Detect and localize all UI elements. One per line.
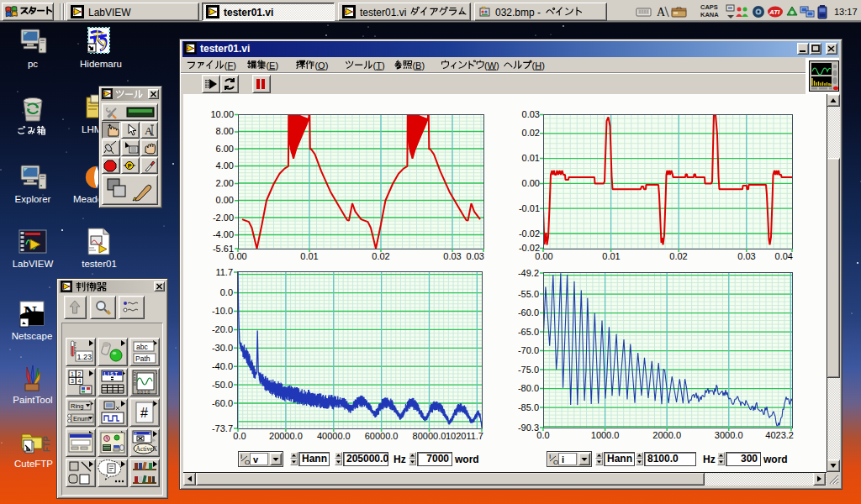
svg-text:0.0: 0.0	[233, 431, 246, 441]
svg-text:-20.0: -20.0	[212, 324, 233, 334]
svg-text:(F): (F)	[224, 60, 236, 71]
svg-text:(B): (B)	[412, 60, 425, 71]
svg-text:FTP: FTP	[42, 436, 51, 452]
svg-text:-75.0: -75.0	[518, 365, 539, 375]
svg-text:0.0: 0.0	[220, 287, 233, 297]
svg-text:ATI: ATI	[769, 8, 780, 16]
svg-text:1000.0: 1000.0	[591, 430, 620, 440]
svg-text:A: A	[657, 6, 666, 18]
svg-text:0: 0	[134, 381, 136, 386]
svg-text:0.00: 0.00	[522, 178, 540, 188]
svg-text:(H): (H)	[532, 60, 545, 71]
svg-text:0.01: 0.01	[522, 153, 540, 163]
svg-text:0.03: 0.03	[467, 251, 484, 261]
svg-text:#: #	[140, 406, 148, 420]
svg-text:4023.2: 4023.2	[765, 430, 794, 440]
svg-text:2: 2	[78, 371, 82, 377]
svg-text:102011.7: 102011.7	[446, 431, 483, 441]
svg-text:ActiveX: ActiveX	[136, 445, 158, 453]
svg-text:0.02: 0.02	[522, 128, 540, 138]
svg-text:-49.2: -49.2	[518, 268, 539, 278]
svg-text:1: 1	[71, 371, 74, 377]
svg-text:-55.0: -55.0	[518, 289, 539, 299]
svg-text:-70.0: -70.0	[518, 345, 539, 355]
svg-text:-2.00: -2.00	[213, 213, 234, 223]
svg-text:-85.0: -85.0	[518, 402, 539, 412]
svg-text:-40.0: -40.0	[212, 361, 233, 371]
svg-text:1.23: 1.23	[77, 353, 92, 361]
svg-text:20000.0: 20000.0	[269, 431, 303, 441]
svg-text:(W): (W)	[484, 60, 499, 71]
svg-text:-60.0: -60.0	[518, 307, 539, 318]
svg-text:-73.7: -73.7	[212, 423, 233, 433]
svg-text:2.00: 2.00	[216, 178, 234, 188]
svg-text:-30.0: -30.0	[212, 343, 233, 353]
svg-text:-50.0: -50.0	[212, 380, 233, 390]
svg-text:11.7: 11.7	[215, 267, 233, 277]
svg-text:10.00: 10.00	[210, 109, 234, 119]
svg-text:-0.01: -0.01	[519, 203, 540, 213]
svg-text:-65.0: -65.0	[518, 327, 539, 337]
svg-text:I: I	[549, 453, 551, 460]
svg-text:-4.00: -4.00	[213, 229, 234, 239]
svg-text:0.0: 0.0	[536, 430, 549, 440]
svg-text:0.04: 0.04	[775, 251, 793, 261]
svg-text:60000.0: 60000.0	[365, 431, 399, 441]
svg-text:80000.0: 80000.0	[413, 431, 446, 441]
svg-text:I: I	[240, 453, 242, 460]
svg-text:0.03: 0.03	[443, 251, 461, 261]
svg-text:(T): (T)	[373, 60, 385, 71]
svg-text:0.01: 0.01	[300, 251, 318, 261]
svg-text:0.01: 0.01	[602, 251, 620, 261]
svg-text:Path: Path	[135, 354, 151, 363]
svg-text:-0.02: -0.02	[519, 228, 540, 239]
svg-text:L I S T: L I S T	[104, 371, 119, 376]
svg-text:(O): (O)	[314, 60, 328, 71]
svg-text:-60.0: -60.0	[212, 398, 233, 408]
svg-text:0.00: 0.00	[216, 195, 234, 205]
svg-text:abc: abc	[136, 343, 148, 351]
svg-text:8.00: 8.00	[216, 126, 234, 136]
svg-text:40000.0: 40000.0	[317, 431, 351, 441]
svg-text:P: P	[128, 163, 132, 169]
svg-text:0.03: 0.03	[522, 109, 540, 119]
svg-text:0.00: 0.00	[229, 251, 246, 261]
svg-text:Ring: Ring	[71, 402, 83, 410]
svg-text:-10.0: -10.0	[212, 306, 233, 316]
svg-text:-80.0: -80.0	[518, 383, 539, 393]
svg-text:4.00: 4.00	[216, 160, 234, 171]
svg-text:3000.0: 3000.0	[715, 430, 743, 440]
svg-text:0.03: 0.03	[737, 251, 755, 261]
svg-text:(E): (E)	[266, 60, 278, 71]
svg-text:0.00: 0.00	[535, 251, 552, 261]
svg-text:0.0 1.0: 0.0 1.0	[137, 390, 151, 395]
svg-text:Enum: Enum	[73, 415, 90, 423]
svg-text:2000.0: 2000.0	[652, 430, 681, 440]
svg-text:-90.3: -90.3	[518, 423, 539, 433]
svg-text:0.02: 0.02	[372, 251, 389, 261]
svg-text:0.02: 0.02	[669, 251, 687, 261]
svg-text:6.00: 6.00	[216, 144, 234, 154]
svg-text:3: 3	[71, 378, 74, 384]
svg-text:4: 4	[78, 378, 82, 384]
